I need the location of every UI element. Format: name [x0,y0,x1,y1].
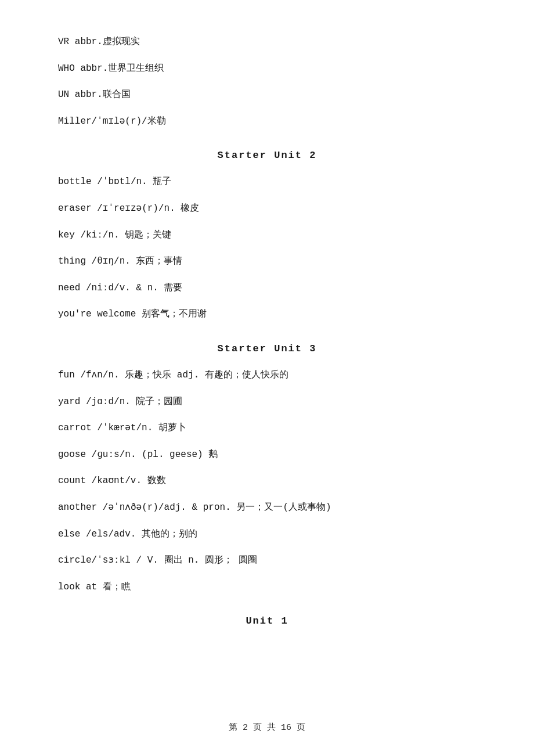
entry-eraser: eraser /ɪˈreɪzə(r)/n. 橡皮 [58,201,476,217]
entry-who: WHO abbr.世界卫生组织 [58,62,476,77]
entry-else: else /els/adv. 其他的；别的 [58,527,476,542]
entry-count: count /kaʊnt/v. 数数 [58,474,476,489]
entry-key: key /kiː/n. 钥匙；关键 [58,228,476,243]
entry-un: UN abbr.联合国 [58,88,476,103]
entry-goose: goose /ɡuːs/n. (pl. geese) 鹅 [58,448,476,463]
entry-need: need /niːd/v. & n. 需要 [58,281,476,296]
section3-header: Starter Unit 3 [58,343,476,354]
entry-thing: thing /θɪŋ/n. 东西；事情 [58,254,476,269]
entry-look-at: look at 看；瞧 [58,580,476,595]
entry-fun: fun /fʌn/n. 乐趣；快乐 adj. 有趣的；使人快乐的 [58,368,476,383]
entry-vr: VR abbr.虚拟现实 [58,35,476,50]
entry-miller: Miller/ˈmɪlə(r)/米勒 [58,114,476,129]
entry-yard: yard /jɑːd/n. 院子；园圃 [58,395,476,410]
page-footer: 第 2 页 共 16 页 [0,722,534,733]
entry-youre-welcome: you're welcome 别客气；不用谢 [58,307,476,322]
entry-bottle: bottle /ˈbɒtl/n. 瓶子 [58,175,476,190]
entry-another: another /əˈnʌðə(r)/adj. & pron. 另一；又一(人或… [58,501,476,516]
section2-header: Starter Unit 2 [58,150,476,161]
entry-carrot: carrot /ˈkærət/n. 胡萝卜 [58,421,476,436]
entry-circle: circle/ˈsɜːkl / V. 圈出 n. 圆形； 圆圈 [58,553,476,568]
unit1-header: Unit 1 [58,615,476,627]
